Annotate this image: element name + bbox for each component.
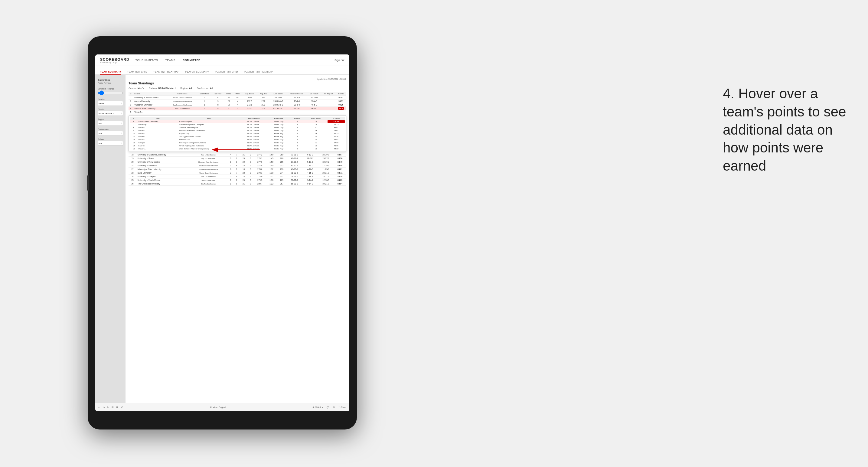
share-button[interactable]: ⤴ Share (338, 406, 346, 408)
vs-top50-cell (321, 96, 335, 99)
comment-icon[interactable]: 💬 (327, 406, 329, 409)
conference-select[interactable]: (All) (98, 131, 123, 136)
popup-rounds: 3 (289, 126, 305, 129)
points-cell[interactable]: 93.31 (336, 99, 346, 103)
table-row: 22 Mississippi State University Southeas… (128, 167, 346, 171)
view-label: View: Original (213, 406, 226, 408)
points-cell[interactable]: 83.81 (334, 167, 346, 171)
points-cell[interactable]: 83.89 (334, 179, 346, 182)
filter-gender-label: Gender: (128, 87, 137, 90)
filter-division-value: NCAA Division I (158, 87, 176, 90)
sign-out-button[interactable]: Sign out (335, 59, 344, 62)
points-cell[interactable]: 97.02 (336, 96, 346, 99)
undo-icon[interactable]: ↩ (98, 406, 100, 409)
vs-top50-cell: 39-21-0 (318, 182, 334, 186)
redo-icon[interactable]: ↪ (103, 406, 105, 409)
grid-icon[interactable]: ▦ (116, 406, 119, 409)
points-cell[interactable]: 90.20 (336, 103, 346, 107)
wins-cell: 2 (248, 153, 254, 157)
toolbar-right: 👁 Watch ▾ 💬 ⊞ ⤴ Share (312, 406, 346, 409)
rank-cell: 25 (128, 179, 136, 182)
rank-cell: 26 (128, 182, 136, 186)
rnds-cell: 18 (240, 167, 248, 171)
grid-layout-icon[interactable]: ⊞ (333, 406, 335, 409)
popup-event-type: Stroke Play (268, 123, 289, 126)
min-rounds-slider[interactable] (98, 90, 123, 95)
vs-top25-cell: 35-4-0 (307, 99, 321, 103)
conf-cell: Atlantic Coast Conference (168, 96, 197, 99)
nav-committee[interactable]: COMMITTEE (183, 59, 200, 62)
points-cell[interactable] (336, 111, 346, 114)
popup-event-div: NCAA Division I (240, 132, 268, 135)
tablet-device: SCOREBOARD Powered by clippd TOURNAMENTS… (88, 36, 357, 430)
points-cell[interactable]: 88.94 (334, 182, 346, 186)
overall-cell: 73-21-1 (286, 153, 302, 157)
tab-player-h2h-heatmap[interactable]: PLAYER H2H HEATMAP (244, 70, 273, 75)
filter-region-label: Region: (180, 87, 188, 90)
nav-tournaments[interactable]: TOURNAMENTS (135, 59, 158, 62)
school-select[interactable]: (All) (98, 141, 123, 146)
nav-teams[interactable]: TEAMS (165, 59, 176, 62)
popup-rank: 13 (130, 141, 137, 144)
col-wins: Wins (233, 92, 242, 96)
tablet-side-button[interactable] (87, 176, 89, 191)
tab-player-h2h-grid[interactable]: PLAYER H2H GRID (215, 70, 238, 75)
popup-rank: 15 (130, 147, 137, 150)
clock-icon[interactable]: ⏱ (121, 406, 123, 409)
vs-top50-cell (321, 111, 335, 114)
gender-select[interactable]: Men's Women's (98, 101, 123, 106)
table-row: 25 University of North Florida ASUN Conf… (128, 179, 346, 182)
avg-sg-cell: 1.45 (266, 157, 277, 160)
tab-team-h2h-grid[interactable]: TEAM H2H GRID (127, 70, 148, 75)
popup-col-rank: # (130, 117, 137, 120)
points-cell[interactable]: 88.70 (334, 157, 346, 160)
forward-icon[interactable]: ▷ (107, 406, 109, 409)
adj-score-cell: 278.1 (253, 171, 266, 175)
popup-event-div: NCAA Division I (240, 141, 268, 144)
popup-tooltip: # Team Event Event Division Event Type R… (128, 115, 346, 152)
popup-row: 13 Georgia Ben Hogan Collegiate Invitati… (130, 141, 345, 144)
adj-score-cell: 278.0 (253, 175, 266, 179)
no-tour-cell: 10 (212, 96, 224, 99)
filter-row: Gender: Men's Division: NCAA Division I … (128, 87, 346, 90)
points-cell[interactable]: 88.71 (334, 171, 346, 175)
conf-rank-cell: 1 (228, 182, 234, 186)
filter-conference-value: All (210, 87, 213, 90)
points-cell[interactable]: 83.07 (334, 153, 346, 157)
conf-rank-cell: 1 (228, 160, 234, 164)
low-score-cell: 265 (277, 160, 286, 164)
points-cell[interactable]: 88.48 (334, 164, 346, 167)
rank-cell: 24 (128, 175, 136, 179)
sidebar: Committee Portal Review Minimum Rounds G… (95, 75, 125, 403)
school-cell: University of Oregon (136, 175, 189, 179)
points-cell[interactable]: 88.49 (334, 160, 346, 164)
vs-top50-cell: 25-19-0 (318, 153, 334, 157)
popup-team: East Ter (137, 144, 179, 147)
popup-rank-impact: +1 (305, 141, 328, 144)
avg-sg-cell: 262 (257, 96, 270, 99)
vs-top50-cell: 23-21-0 (318, 175, 334, 179)
points-cell[interactable]: 79.5 (336, 107, 346, 111)
low-score-cell: 270 (277, 167, 286, 171)
conf-cell: Southeastern Conference (168, 103, 197, 107)
region-select[interactable]: N/A (98, 121, 123, 126)
filter-conference: Conference: All (197, 87, 213, 90)
app-header: SCOREBOARD Powered by clippd TOURNAMENTS… (95, 55, 349, 66)
division-select[interactable]: NCAA Division I (98, 111, 123, 116)
conf-rank-cell: 3 (228, 157, 234, 160)
tab-team-summary[interactable]: TEAM SUMMARY (100, 70, 121, 75)
popup-row: 14 East Ter OFCC Fighting Illini Invitat… (130, 144, 345, 147)
tab-team-h2h-heatmap[interactable]: TEAM H2H HEATMAP (153, 70, 179, 75)
tab-player-summary[interactable]: PLAYER SUMMARY (185, 70, 209, 75)
watch-button[interactable]: 👁 Watch ▾ (312, 406, 323, 409)
rnds-cell (224, 111, 233, 114)
wins-cell (233, 111, 242, 114)
conf-cell: Southeastern Conference (189, 164, 227, 167)
low-score-cell (270, 111, 287, 114)
copy-icon[interactable]: ⊞ (112, 406, 114, 409)
popup-inner-table: # Team Event Event Division Event Type R… (130, 117, 345, 150)
conf-rank-cell: 1 (197, 107, 212, 111)
points-cell[interactable]: 88.34 (334, 175, 346, 179)
popup-event-type: Stroke Play (268, 129, 289, 132)
view-original-button[interactable]: 👁 View: Original (210, 406, 226, 408)
